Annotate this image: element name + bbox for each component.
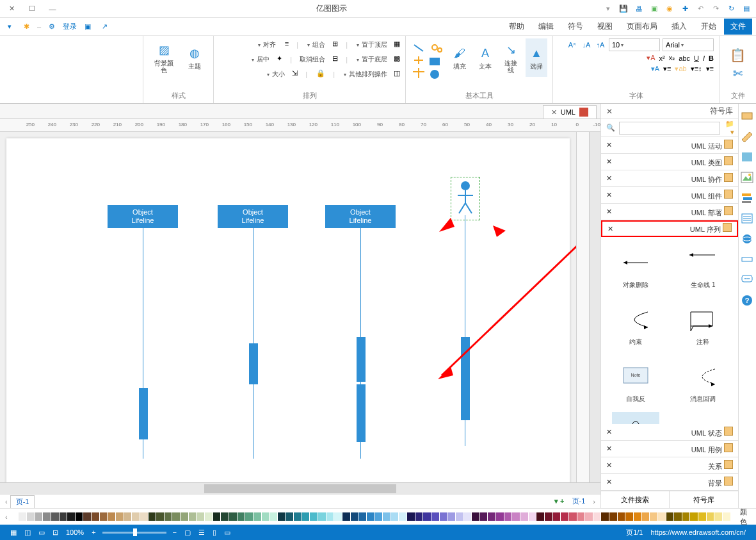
color-swatch[interactable] (140, 512, 148, 521)
page-tab-nav-prev[interactable]: ‹ (593, 498, 595, 505)
canvas-activation-a[interactable] (461, 337, 470, 420)
color-swatch[interactable] (529, 512, 536, 521)
color-swatch[interactable] (577, 512, 585, 521)
status-view3-icon[interactable]: ▯ (213, 528, 216, 537)
color-swatch[interactable] (27, 512, 35, 521)
canvas-lifeline-1[interactable]: Object Lifeline (325, 205, 396, 228)
color-swatch[interactable] (67, 512, 75, 521)
canvas-hscroll[interactable] (0, 482, 600, 494)
color-swatch[interactable] (415, 512, 423, 521)
color-swatch[interactable] (650, 512, 657, 521)
color-swatch[interactable] (253, 512, 261, 521)
tab-edit[interactable]: 编辑 (532, 19, 560, 35)
color-swatch[interactable] (714, 512, 722, 521)
image-panel-icon[interactable] (740, 170, 754, 184)
canvas-page[interactable]: Object Lifeline Object Lifeline Object L… (6, 138, 570, 482)
color-swatch[interactable] (561, 512, 568, 521)
color-swatch[interactable] (440, 512, 447, 521)
color-swatch[interactable] (294, 512, 302, 521)
color-swatch[interactable] (60, 512, 67, 521)
status-view2-icon[interactable]: ☰ (198, 528, 205, 537)
color-swatch[interactable] (496, 512, 504, 521)
shapes-palette[interactable] (410, 41, 444, 83)
folder-icon[interactable]: ▣ (82, 21, 93, 33)
color-swatch[interactable] (181, 512, 188, 521)
library-search-icon[interactable]: 🔍 (605, 122, 616, 134)
color-swatch[interactable] (189, 512, 197, 521)
color-swatch[interactable] (213, 512, 221, 521)
lib-tab-shapes[interactable]: 符号库 (669, 491, 737, 508)
color-swatch[interactable] (666, 512, 674, 521)
shape-note[interactable]: 注释 (679, 298, 727, 352)
color-swatch[interactable] (172, 512, 180, 521)
export-icon[interactable]: ▣ (648, 3, 660, 15)
window-minimize-icon[interactable]: — (45, 3, 60, 15)
doc-tab-close-icon[interactable]: ✕ (551, 108, 557, 117)
bottom-layer-icon[interactable]: ▩ (390, 54, 400, 65)
canvas-scroll[interactable]: Object Lifeline Object Lifeline Object L… (0, 132, 576, 482)
color-swatch[interactable] (221, 512, 229, 521)
canvas-lifeline-2[interactable]: Object Lifeline (218, 205, 288, 228)
shape-constraint2[interactable]: 约束 (679, 412, 727, 424)
decrease-font-icon[interactable]: A↓ (581, 39, 592, 51)
color-swatch[interactable] (512, 512, 520, 521)
color-swatch[interactable] (286, 512, 293, 521)
share-icon[interactable]: ◉ (664, 3, 675, 15)
pen-panel-icon[interactable] (740, 129, 754, 143)
color-swatch[interactable] (334, 512, 342, 521)
undo-icon[interactable]: ↶ (695, 3, 706, 15)
align-text-icon[interactable]: ≡▾ (663, 65, 671, 73)
login-link[interactable]: 登录 (63, 22, 77, 31)
color-swatch[interactable] (431, 512, 439, 521)
status-snap-icon[interactable]: ◫ (24, 528, 31, 537)
color-swatch[interactable] (351, 512, 358, 521)
color-swatch[interactable] (51, 512, 59, 521)
canvas-activation-c[interactable] (249, 343, 258, 384)
ungroup-icon[interactable]: ⊟ (328, 54, 338, 65)
color-swatch[interactable] (618, 512, 625, 521)
paste-icon[interactable]: 📋 (730, 47, 746, 63)
page-tab-1b[interactable]: 页-1 (10, 495, 35, 508)
color-swatch[interactable] (447, 512, 455, 521)
color-swatch[interactable] (156, 512, 164, 521)
lock-icon[interactable]: 🔒 (315, 69, 325, 79)
fill-tool[interactable]: 🖌 填充 (449, 38, 470, 77)
style-panel-icon[interactable] (740, 109, 754, 123)
color-swatch[interactable] (625, 512, 633, 521)
canvas-lifeline-3[interactable]: Object Lifeline (108, 205, 178, 228)
page-tab-1[interactable]: 页-1 (567, 495, 591, 507)
layers-panel-icon[interactable] (740, 191, 754, 205)
color-swatch[interactable] (132, 512, 140, 521)
print-icon[interactable]: 🖶 (633, 3, 645, 15)
shape-actor[interactable]: 角色 (612, 412, 659, 424)
status-url[interactable]: https://www.edrawsoft.com/cn/ (650, 528, 746, 536)
color-swatch[interactable] (229, 512, 237, 521)
color-swatch[interactable] (245, 512, 253, 521)
color-swatch[interactable] (488, 512, 495, 521)
window-maximize-icon[interactable]: ☐ (24, 3, 40, 15)
text-dir-icon[interactable]: A▾ (651, 65, 659, 73)
status-zoom-out[interactable]: − (173, 528, 177, 536)
dropdown-icon[interactable]: ▾ (602, 3, 614, 15)
color-swatch[interactable] (504, 512, 512, 521)
lib-cat-class[interactable]: UML 类图✕ (601, 154, 738, 170)
app-menu-icon[interactable]: ▾ (4, 21, 15, 33)
color-swatch[interactable] (197, 512, 204, 521)
color-swatch[interactable] (43, 512, 51, 521)
color-swatch[interactable] (723, 512, 730, 521)
status-sel-icon[interactable]: ⊡ (52, 528, 58, 537)
rect-panel-icon[interactable] (740, 150, 754, 164)
color-swatch[interactable] (326, 512, 334, 521)
tab-view[interactable]: 视图 (591, 19, 619, 35)
color-swatch[interactable] (35, 512, 43, 521)
status-view1-icon[interactable]: ▢ (184, 528, 191, 537)
window-close-icon[interactable]: ✕ (4, 3, 19, 15)
color-swatch[interactable] (367, 512, 374, 521)
highlight-icon[interactable]: ab▾ (675, 65, 686, 73)
refresh-icon[interactable]: ↻ (725, 3, 737, 15)
color-swatch[interactable] (19, 512, 26, 521)
color-swatch[interactable] (601, 512, 609, 521)
color-swatch[interactable] (76, 512, 83, 521)
status-dim-icon[interactable]: ▭ (38, 528, 45, 537)
comment-panel-icon[interactable] (740, 273, 754, 287)
